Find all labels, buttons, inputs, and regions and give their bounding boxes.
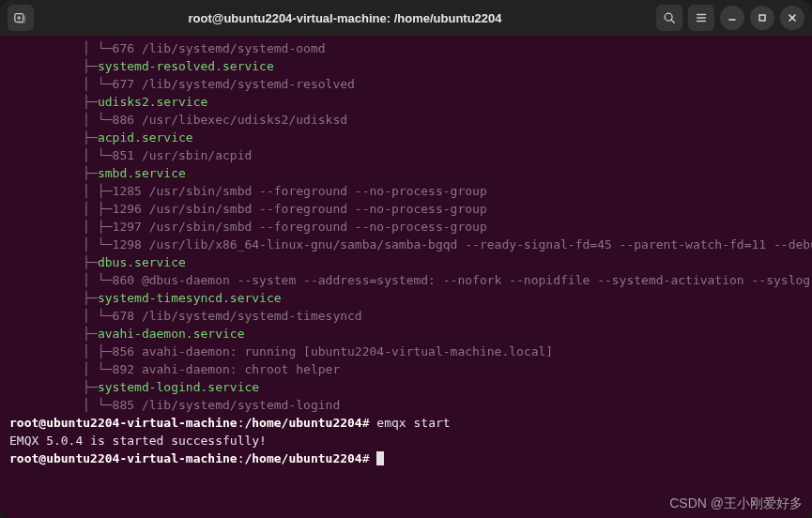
maximize-icon <box>757 12 768 23</box>
cursor <box>376 451 384 465</box>
tree-prefix: │ └─ <box>9 113 113 127</box>
tree-prefix: │ ├─ <box>9 344 113 358</box>
tree-prefix: │ ├─ <box>9 220 113 234</box>
tree-prefix: │ └─ <box>9 237 113 251</box>
tree-prefix: ├─ <box>9 255 98 269</box>
maximize-button[interactable] <box>750 6 774 30</box>
tree-prefix: ├─ <box>9 291 98 305</box>
window-title: root@ubuntu2204-virtual-machine: /home/u… <box>39 11 651 25</box>
tree-line: 1285 /usr/sbin/smbd --foreground --no-pr… <box>113 184 487 198</box>
menu-button[interactable] <box>688 5 714 31</box>
tree-line: systemd-resolved.service <box>98 59 274 73</box>
tree-line: udisks2.service <box>98 95 207 109</box>
tree-prefix: │ ├─ <box>9 202 113 216</box>
tree-prefix: │ └─ <box>9 309 113 323</box>
tree-prefix: │ └─ <box>9 398 113 412</box>
tree-line: 885 /lib/systemd/systemd-logind <box>113 398 341 412</box>
hamburger-icon <box>695 11 708 24</box>
titlebar: root@ubuntu2204-virtual-machine: /home/u… <box>0 0 812 36</box>
prompt-user-host: root@ubuntu2204-virtual-machine <box>9 451 237 465</box>
minimize-button[interactable] <box>720 6 744 30</box>
output-message: EMQX 5.0.4 is started successfully! <box>9 434 267 448</box>
prompt-sym: # <box>362 451 377 465</box>
tree-prefix: │ └─ <box>9 273 113 287</box>
close-icon <box>787 12 798 23</box>
prompt-path: /home/ubuntu2204 <box>244 416 361 430</box>
tree-line: 851 /usr/sbin/acpid <box>113 148 253 162</box>
terminal-window: root@ubuntu2204-virtual-machine: /home/u… <box>0 0 812 518</box>
tree-line: systemd-logind.service <box>98 380 259 394</box>
tree-line: 1296 /usr/sbin/smbd --foreground --no-pr… <box>113 202 487 216</box>
command-text: emqx start <box>376 416 450 430</box>
tree-line: 886 /usr/libexec/udisks2/udisksd <box>113 113 347 127</box>
search-icon <box>663 11 676 24</box>
tree-line: 856 avahi-daemon: running [ubuntu2204-vi… <box>113 344 554 358</box>
tree-line: 1298 /usr/lib/x86_64-linux-gnu/samba/sam… <box>113 237 812 251</box>
tree-prefix: ├─ <box>9 327 98 341</box>
tree-line: acpid.service <box>98 130 193 145</box>
tree-line: 678 /lib/systemd/systemd-timesyncd <box>113 309 362 323</box>
tree-prefix: ├─ <box>9 59 98 73</box>
minimize-icon <box>727 12 738 23</box>
terminal-body[interactable]: │ └─676 /lib/systemd/systemd-oomd ├─syst… <box>0 36 812 518</box>
prompt-user-host: root@ubuntu2204-virtual-machine <box>9 416 237 430</box>
tree-line: smbd.service <box>98 166 186 180</box>
svg-rect-7 <box>759 15 765 21</box>
tree-line: 892 avahi-daemon: chroot helper <box>113 362 341 376</box>
tree-prefix: ├─ <box>9 380 98 394</box>
tree-prefix: ├─ <box>9 95 98 109</box>
tree-prefix: │ └─ <box>9 77 113 91</box>
tree-prefix: │ └─ <box>9 148 113 162</box>
tree-line: dbus.service <box>98 255 186 269</box>
tree-prefix: ├─ <box>9 166 98 180</box>
search-button[interactable] <box>656 5 682 31</box>
prompt-sym: # <box>362 416 377 430</box>
plus-box-icon <box>14 11 27 24</box>
tree-line: systemd-timesyncd.service <box>98 291 282 305</box>
tree-prefix: │ ├─ <box>9 184 113 198</box>
prompt-path: /home/ubuntu2204 <box>244 451 361 465</box>
svg-line-2 <box>671 20 674 23</box>
tree-line: avahi-daemon.service <box>98 327 245 341</box>
tree-line: 1297 /usr/sbin/smbd --foreground --no-pr… <box>113 220 487 234</box>
new-tab-button[interactable] <box>8 5 34 31</box>
tree-line: 676 /lib/systemd/systemd-oomd <box>113 41 326 55</box>
tree-prefix: │ └─ <box>9 362 113 376</box>
close-button[interactable] <box>780 6 804 30</box>
tree-line: 860 @dbus-daemon --system --address=syst… <box>113 273 812 287</box>
tree-line: 677 /lib/systemd/systemd-resolved <box>113 77 355 91</box>
tree-prefix: ├─ <box>9 130 98 145</box>
tree-prefix: │ └─ <box>9 41 113 55</box>
